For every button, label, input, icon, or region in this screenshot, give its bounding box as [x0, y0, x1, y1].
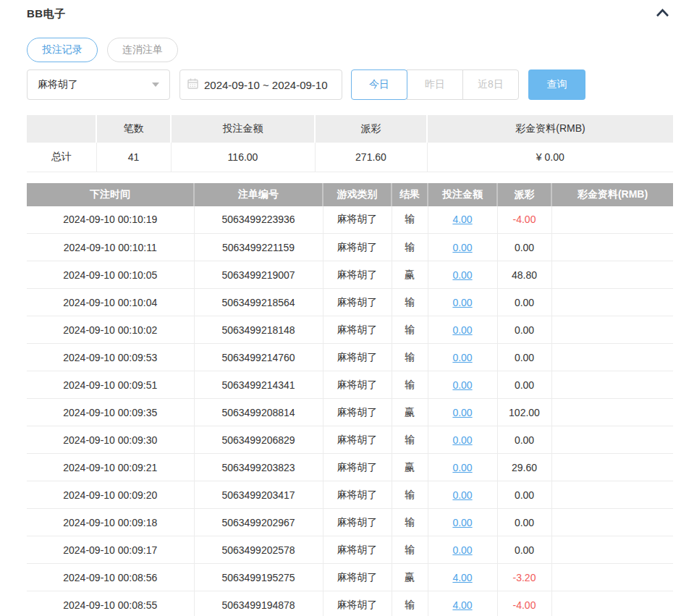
bet-amount-link[interactable]: 0.00: [452, 407, 472, 418]
bonus-value: [551, 481, 673, 509]
bonus-value: [551, 564, 673, 591]
payout-value: -4.00: [497, 206, 551, 234]
bet-amount-cell: 0.00: [428, 399, 497, 426]
table-row: 2024-09-10 00:09:51 5063499214341 麻将胡了 输…: [27, 371, 673, 399]
range-today-button[interactable]: 今日: [351, 69, 407, 100]
game-type: 麻将胡了: [323, 509, 392, 536]
bet-amount-cell: 4.00: [428, 591, 497, 616]
bet-amount-link[interactable]: 0.00: [452, 489, 472, 501]
bet-amount-cell: 0.00: [428, 316, 497, 344]
result-value: 赢: [392, 564, 428, 591]
bet-time: 2024-09-10 00:09:30: [27, 426, 194, 454]
order-number: 5063499218564: [194, 289, 323, 316]
order-number: 5063499219007: [194, 261, 323, 289]
bet-amount-link[interactable]: 0.00: [452, 297, 472, 308]
payout-value: 29.60: [497, 454, 551, 481]
summary-total-count: 41: [96, 143, 171, 172]
bets-header-row: 下注时间 注单编号 游戏类别 结果 投注金额 派彩 彩金资料(RMB): [27, 183, 673, 206]
calendar-icon: [187, 78, 198, 92]
bet-amount-cell: 0.00: [428, 261, 497, 289]
bet-amount-link[interactable]: 0.00: [452, 517, 472, 528]
game-type: 麻将胡了: [323, 206, 392, 234]
order-number: 5063499202967: [194, 509, 323, 536]
bet-time: 2024-09-10 00:10:04: [27, 289, 194, 316]
bet-time: 2024-09-10 00:09:17: [27, 536, 194, 564]
bet-amount-cell: 0.00: [428, 481, 497, 509]
payout-value: 0.00: [497, 316, 551, 344]
result-value: 赢: [392, 454, 428, 481]
payout-value: 0.00: [497, 426, 551, 454]
result-value: 输: [392, 234, 428, 261]
bet-amount-link[interactable]: 4.00: [452, 214, 472, 225]
result-value: 输: [392, 509, 428, 536]
bet-amount-link[interactable]: 0.00: [452, 462, 472, 473]
bet-amount-link[interactable]: 0.00: [452, 269, 472, 281]
table-row: 2024-09-10 00:10:04 5063499218564 麻将胡了 输…: [27, 289, 673, 316]
order-number: 5063499214341: [194, 371, 323, 399]
table-row: 2024-09-10 00:09:20 5063499203417 麻将胡了 输…: [27, 481, 673, 509]
tab-cascade-bets[interactable]: 连消注单: [107, 38, 178, 62]
bet-time: 2024-09-10 00:10:02: [27, 316, 194, 344]
summary-header-payout: 派彩: [315, 115, 427, 143]
bet-amount-link[interactable]: 0.00: [452, 352, 472, 363]
result-value: 输: [392, 591, 428, 616]
game-type: 麻将胡了: [323, 481, 392, 509]
bet-amount-link[interactable]: 0.00: [452, 242, 472, 253]
bonus-value: [551, 509, 673, 536]
order-number: 5063499206829: [194, 426, 323, 454]
result-value: 输: [392, 536, 428, 564]
filter-bar: 麻将胡了 2024-09-10 ~ 2024-09-10 今日 昨日 近8日 查…: [27, 69, 673, 100]
bet-time: 2024-09-10 00:10:11: [27, 234, 194, 261]
bonus-value: [551, 371, 673, 399]
date-range-input[interactable]: 2024-09-10 ~ 2024-09-10: [179, 69, 342, 100]
bonus-value: [551, 234, 673, 261]
date-range-value: 2024-09-10 ~ 2024-09-10: [204, 79, 328, 91]
tab-bet-records[interactable]: 投注记录: [27, 38, 98, 62]
bet-amount-cell: 0.00: [428, 536, 497, 564]
bet-amount-link[interactable]: 0.00: [452, 324, 472, 336]
table-row: 2024-09-10 00:08:55 5063499194878 麻将胡了 输…: [27, 591, 673, 616]
table-row: 2024-09-10 00:10:11 5063499221159 麻将胡了 输…: [27, 234, 673, 261]
bet-time: 2024-09-10 00:09:20: [27, 481, 194, 509]
range-last8days-button[interactable]: 近8日: [462, 69, 519, 100]
bet-amount-link[interactable]: 0.00: [452, 544, 472, 556]
game-select-value: 麻将胡了: [38, 78, 78, 91]
bet-amount-cell: 4.00: [428, 564, 497, 591]
bets-header-game: 游戏类别: [323, 183, 392, 206]
collapse-button[interactable]: [652, 7, 673, 20]
bet-amount-link[interactable]: 4.00: [452, 572, 472, 583]
game-type: 麻将胡了: [323, 261, 392, 289]
payout-value: 0.00: [497, 234, 551, 261]
table-row: 2024-09-10 00:09:18 5063499202967 麻将胡了 输…: [27, 509, 673, 536]
bet-amount-link[interactable]: 0.00: [452, 434, 472, 446]
bet-amount-link[interactable]: 0.00: [452, 379, 472, 391]
bonus-value: [551, 426, 673, 454]
payout-value: -3.20: [497, 564, 551, 591]
game-type: 麻将胡了: [323, 289, 392, 316]
result-value: 输: [392, 426, 428, 454]
search-button[interactable]: 查询: [528, 69, 585, 100]
payout-value: 0.00: [497, 509, 551, 536]
bet-time: 2024-09-10 00:09:21: [27, 454, 194, 481]
bonus-value: [551, 591, 673, 616]
bet-time: 2024-09-10 00:09:35: [27, 399, 194, 426]
table-row: 2024-09-10 00:09:21 5063499203823 麻将胡了 赢…: [27, 454, 673, 481]
table-row: 2024-09-10 00:09:17 5063499202578 麻将胡了 输…: [27, 536, 673, 564]
summary-header-bet-amount: 投注金额: [171, 115, 315, 143]
game-select[interactable]: 麻将胡了: [27, 69, 170, 100]
bet-amount-cell: 0.00: [428, 371, 497, 399]
bet-time: 2024-09-10 00:09:53: [27, 344, 194, 371]
bonus-value: [551, 399, 673, 426]
summary-header-blank: [27, 115, 96, 143]
payout-value: 0.00: [497, 289, 551, 316]
bonus-value: [551, 536, 673, 564]
game-type: 麻将胡了: [323, 454, 392, 481]
table-row: 2024-09-10 00:10:19 5063499223936 麻将胡了 输…: [27, 206, 673, 234]
range-yesterday-button[interactable]: 昨日: [407, 69, 463, 100]
bet-amount-link[interactable]: 4.00: [452, 599, 472, 611]
bonus-value: [551, 289, 673, 316]
bet-time: 2024-09-10 00:09:18: [27, 509, 194, 536]
order-number: 5063499194878: [194, 591, 323, 616]
payout-value: 0.00: [497, 371, 551, 399]
bonus-value: [551, 316, 673, 344]
